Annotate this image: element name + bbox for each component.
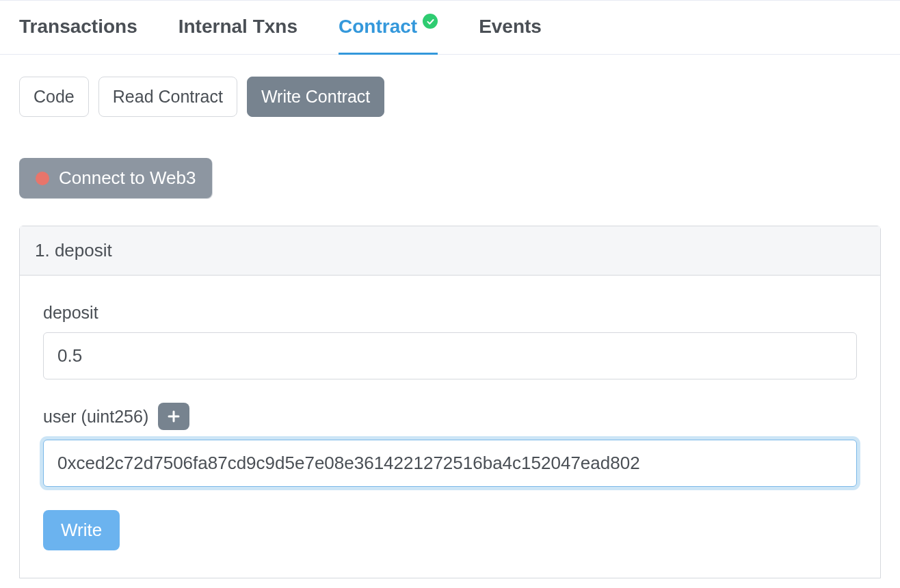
tab-label: Transactions: [19, 16, 137, 38]
subtab-write-contract[interactable]: Write Contract: [247, 77, 384, 117]
function-header[interactable]: 1. deposit: [20, 226, 880, 276]
user-input[interactable]: [43, 440, 857, 487]
connect-label: Connect to Web3: [59, 168, 196, 189]
subtab-code[interactable]: Code: [19, 77, 89, 117]
label-text: user (uint256): [43, 407, 148, 427]
main-tabs: Transactions Internal Txns Contract Even…: [0, 0, 900, 55]
connect-row: Connect to Web3: [19, 158, 881, 198]
field-label-user: user (uint256): [43, 403, 857, 430]
verified-check-icon: [423, 14, 438, 29]
tab-transactions[interactable]: Transactions: [19, 16, 137, 54]
tab-events[interactable]: Events: [479, 16, 542, 54]
tab-label: Events: [479, 16, 542, 38]
function-card-deposit: 1. deposit deposit user (uint256) Write: [19, 226, 881, 578]
contract-subtabs: Code Read Contract Write Contract: [19, 77, 881, 117]
content-area: Code Read Contract Write Contract Connec…: [0, 55, 900, 578]
label-text: deposit: [43, 303, 98, 323]
connect-web3-button[interactable]: Connect to Web3: [19, 158, 212, 198]
function-body: deposit user (uint256) Write: [20, 276, 880, 578]
write-button[interactable]: Write: [43, 510, 120, 550]
tab-label: Internal Txns: [178, 16, 297, 38]
field-label-deposit: deposit: [43, 303, 857, 323]
tab-internal-txns[interactable]: Internal Txns: [178, 16, 297, 54]
add-param-button[interactable]: [158, 403, 189, 430]
subtab-read-contract[interactable]: Read Contract: [98, 77, 237, 117]
tab-contract[interactable]: Contract: [339, 16, 438, 54]
connection-status-dot-icon: [36, 172, 49, 185]
deposit-input[interactable]: [43, 332, 857, 379]
tab-label: Contract: [339, 16, 417, 38]
plus-icon: [167, 410, 181, 423]
